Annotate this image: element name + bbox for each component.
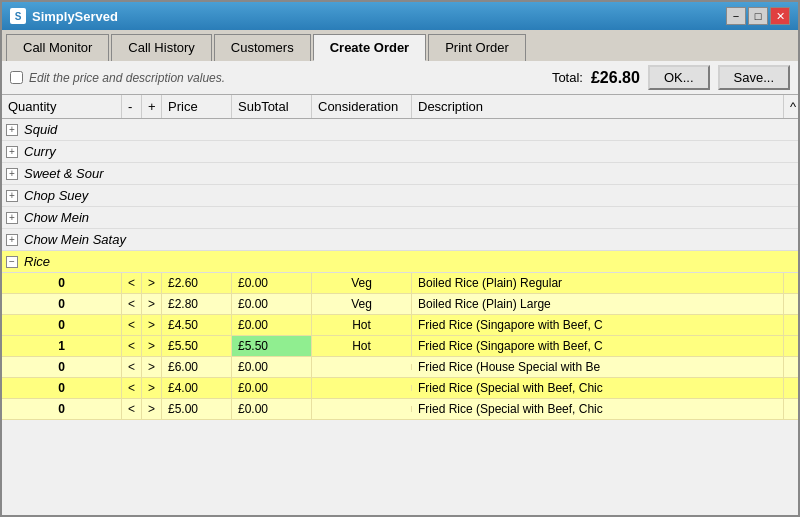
header-description: Description: [412, 95, 784, 118]
cell-inc[interactable]: >: [142, 336, 162, 356]
app-icon: S: [10, 8, 26, 24]
cell-dec[interactable]: <: [122, 315, 142, 335]
cell-inc[interactable]: >: [142, 294, 162, 314]
cell-description: Fried Rice (Singapore with Beef, C: [412, 315, 784, 335]
cell-subtotal: £0.00: [232, 378, 312, 398]
header-consideration: Consideration: [312, 95, 412, 118]
table-row: 0 < > £2.60 £0.00 Veg Boiled Rice (Plain…: [2, 273, 798, 294]
cell-consideration: Hot: [312, 315, 412, 335]
edit-checkbox[interactable]: [10, 71, 23, 84]
table-body[interactable]: + Squid + Curry + Sweet & Sour + Chop Su…: [2, 119, 798, 515]
cell-price: £5.50: [162, 336, 232, 356]
tab-print-order[interactable]: Print Order: [428, 34, 526, 61]
expand-rice[interactable]: −: [6, 256, 18, 268]
cell-inc[interactable]: >: [142, 357, 162, 377]
category-chow-mein: + Chow Mein: [2, 207, 798, 229]
cell-qty: 1: [2, 336, 122, 356]
cell-dec[interactable]: <: [122, 357, 142, 377]
expand-squid[interactable]: +: [6, 124, 18, 136]
expand-sweet-sour[interactable]: +: [6, 168, 18, 180]
toolbar-right: Total: £26.80 OK... Save...: [552, 65, 790, 90]
cell-dec[interactable]: <: [122, 399, 142, 419]
header-minus: -: [122, 95, 142, 118]
expand-chow-mein[interactable]: +: [6, 212, 18, 224]
cell-description: Fried Rice (House Special with Be: [412, 357, 784, 377]
category-rice-label: Rice: [22, 254, 50, 269]
main-window: S SimplyServed − □ ✕ Call Monitor Call H…: [0, 0, 800, 517]
table-header: Quantity - + Price SubTotal Consideratio…: [2, 95, 798, 119]
cell-qty: 0: [2, 378, 122, 398]
tab-call-monitor[interactable]: Call Monitor: [6, 34, 109, 61]
cell-subtotal-highlighted: £5.50: [232, 336, 312, 356]
tab-call-history[interactable]: Call History: [111, 34, 211, 61]
category-curry: + Curry: [2, 141, 798, 163]
table-container: Quantity - + Price SubTotal Consideratio…: [2, 95, 798, 515]
cell-qty: 0: [2, 399, 122, 419]
cell-price: £2.80: [162, 294, 232, 314]
cell-subtotal: £0.00: [232, 399, 312, 419]
header-price: Price: [162, 95, 232, 118]
cell-dec[interactable]: <: [122, 378, 142, 398]
cell-qty: 0: [2, 273, 122, 293]
category-sweet-sour: + Sweet & Sour: [2, 163, 798, 185]
cell-subtotal: £0.00: [232, 315, 312, 335]
cell-consideration: Veg: [312, 294, 412, 314]
category-curry-label: Curry: [22, 144, 56, 159]
cell-subtotal: £0.00: [232, 357, 312, 377]
total-value: £26.80: [591, 69, 640, 87]
ok-button[interactable]: OK...: [648, 65, 710, 90]
cell-dec[interactable]: <: [122, 273, 142, 293]
cell-description: Boiled Rice (Plain) Large: [412, 294, 784, 314]
category-squid-label: Squid: [22, 122, 57, 137]
header-plus: +: [142, 95, 162, 118]
cell-inc[interactable]: >: [142, 315, 162, 335]
table-row: 1 < > £5.50 £5.50 Hot Fried Rice (Singap…: [2, 336, 798, 357]
category-chow-mein-satay: + Chow Mein Satay: [2, 229, 798, 251]
cell-qty: 0: [2, 357, 122, 377]
category-chow-mein-satay-label: Chow Mein Satay: [22, 232, 126, 247]
cell-inc[interactable]: >: [142, 399, 162, 419]
cell-price: £6.00: [162, 357, 232, 377]
expand-curry[interactable]: +: [6, 146, 18, 158]
minimize-button[interactable]: −: [726, 7, 746, 25]
expand-chop-suey[interactable]: +: [6, 190, 18, 202]
title-bar-left: S SimplyServed: [10, 8, 118, 24]
table-row: 0 < > £5.00 £0.00 Fried Rice (Special wi…: [2, 399, 798, 420]
close-button[interactable]: ✕: [770, 7, 790, 25]
table-row: 0 < > £6.00 £0.00 Fried Rice (House Spec…: [2, 357, 798, 378]
maximize-button[interactable]: □: [748, 7, 768, 25]
tab-create-order[interactable]: Create Order: [313, 34, 426, 61]
category-chop-suey-label: Chop Suey: [22, 188, 88, 203]
title-bar: S SimplyServed − □ ✕: [2, 2, 798, 30]
toolbar: Edit the price and description values. T…: [2, 61, 798, 95]
title-controls: − □ ✕: [726, 7, 790, 25]
cell-dec[interactable]: <: [122, 294, 142, 314]
cell-description: Boiled Rice (Plain) Regular: [412, 273, 784, 293]
cell-price: £4.50: [162, 315, 232, 335]
table-row: 0 < > £2.80 £0.00 Veg Boiled Rice (Plain…: [2, 294, 798, 315]
cell-price: £4.00: [162, 378, 232, 398]
header-quantity: Quantity: [2, 95, 122, 118]
category-chow-mein-label: Chow Mein: [22, 210, 89, 225]
cell-description: Fried Rice (Special with Beef, Chic: [412, 378, 784, 398]
save-button[interactable]: Save...: [718, 65, 790, 90]
header-subtotal: SubTotal: [232, 95, 312, 118]
cell-inc[interactable]: >: [142, 273, 162, 293]
cell-subtotal: £0.00: [232, 294, 312, 314]
expand-chow-mein-satay[interactable]: +: [6, 234, 18, 246]
cell-qty: 0: [2, 315, 122, 335]
cell-dec[interactable]: <: [122, 336, 142, 356]
category-rice: − Rice: [2, 251, 798, 273]
cell-subtotal: £0.00: [232, 273, 312, 293]
category-chop-suey: + Chop Suey: [2, 185, 798, 207]
tab-customers[interactable]: Customers: [214, 34, 311, 61]
cell-price: £5.00: [162, 399, 232, 419]
cell-inc[interactable]: >: [142, 378, 162, 398]
cell-consideration: [312, 385, 412, 391]
cell-qty: 0: [2, 294, 122, 314]
cell-consideration: Hot: [312, 336, 412, 356]
edit-label: Edit the price and description values.: [29, 71, 225, 85]
total-label: Total:: [552, 70, 583, 85]
table-row: 0 < > £4.00 £0.00 Fried Rice (Special wi…: [2, 378, 798, 399]
app-title: SimplyServed: [32, 9, 118, 24]
